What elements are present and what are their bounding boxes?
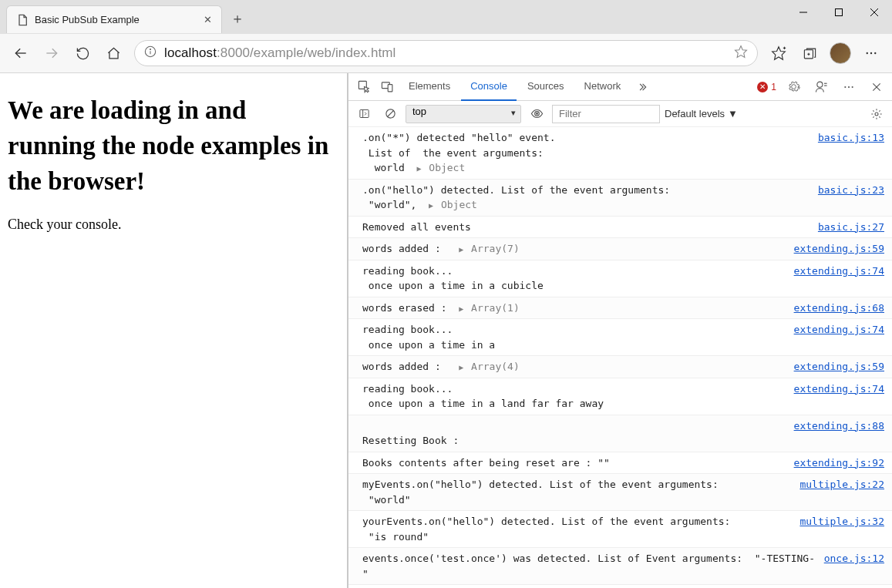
profile-avatar[interactable] [826,39,855,68]
console-sidebar-toggle-icon[interactable] [353,103,375,125]
console-log-row[interactable]: myEvents.on("hello") detected. List of t… [348,474,892,511]
console-message: Removed all events [362,220,812,235]
error-dot-icon: ✕ [757,82,768,92]
svg-point-26 [848,86,850,87]
page-body: We are loading in and running the node e… [0,73,347,588]
favorites-button[interactable] [764,39,793,68]
svg-point-17 [870,52,872,54]
console-message: Books contents after being reset are : "… [362,455,788,471]
page-heading: We are loading in and running the node e… [8,92,339,200]
svg-marker-9 [735,46,747,58]
svg-point-22 [816,82,822,87]
window-maximize-button[interactable] [821,0,857,25]
filter-input[interactable] [552,105,660,123]
console-source-link[interactable]: extending.js:92 [794,455,884,471]
tab-sources[interactable]: Sources [518,73,574,101]
browser-tab[interactable]: Basic PubSub Example ✕ [6,5,222,33]
favorite-icon[interactable] [734,45,748,62]
console-log-row[interactable]: yourEvents.on("hello") detected. List of… [348,511,892,548]
nav-home-button[interactable] [99,39,128,68]
devtools-menu-icon[interactable] [838,76,860,98]
svg-point-8 [150,49,150,49]
devtools-close-icon[interactable] [866,76,887,98]
log-levels-select[interactable]: Default levels▼ [665,108,738,119]
live-expression-icon[interactable] [526,103,547,125]
console-log-row[interactable]: .on("*") detected "hello" event. List of… [348,127,892,180]
console-source-link[interactable]: once.js:12 [824,551,884,581]
more-tabs-icon[interactable] [631,76,653,98]
tab-close-icon[interactable]: ✕ [204,14,212,25]
console-log-row[interactable]: words added : ▶ Array(4)extending.js:59 [348,356,892,378]
nav-back-button[interactable] [6,39,35,68]
svg-point-34 [536,113,538,115]
console-toolbar: top Default levels▼ [348,101,892,127]
console-message: Resetting Book : [362,418,788,449]
inspect-element-icon[interactable] [353,76,375,98]
devtools-tabbar: Elements Console Sources Network ✕ 1 [348,73,892,101]
console-log-row[interactable]: Resetting Book :extending.js:88 [348,415,892,452]
console-log-row[interactable]: .on("hello") detected. List of the event… [348,180,892,217]
collections-button[interactable] [795,39,824,68]
browser-toolbar: localhost:8000/example/web/index.html [0,34,892,73]
execution-context-select[interactable]: top [406,105,521,123]
window-titlebar: Basic PubSub Example ✕ ＋ [0,0,892,34]
window-minimize-button[interactable] [786,0,821,25]
console-message: words erased : ▶ Array(1) [362,301,788,316]
svg-point-16 [867,52,868,54]
console-source-link[interactable]: basic.js:27 [818,220,884,235]
window-close-button[interactable] [857,0,892,25]
console-source-link[interactable]: extending.js:74 [794,381,884,412]
console-source-link[interactable]: basic.js:23 [818,183,884,213]
site-info-icon[interactable] [144,45,157,61]
console-source-link[interactable]: extending.js:68 [794,301,884,316]
console-source-link[interactable]: multiple.js:32 [799,514,884,544]
svg-rect-1 [836,9,843,16]
console-settings-icon[interactable] [866,103,887,125]
console-log-row[interactable]: Books contents after being reset are : "… [348,452,892,475]
console-message: reading book... once upon a time in a [362,322,788,352]
svg-rect-21 [388,85,392,92]
svg-marker-10 [773,47,786,60]
console-source-link[interactable]: multiple.js:22 [799,477,884,507]
console-source-link[interactable]: extending.js:74 [794,264,884,294]
devtools-settings-icon[interactable] [783,76,804,98]
console-log-row[interactable]: Removed all eventsbasic.js:27 [348,217,892,239]
nav-refresh-button[interactable] [68,39,97,68]
console-log-row[interactable]: reading book... once upon a time in aext… [348,319,892,356]
tab-network[interactable]: Network [575,73,631,101]
devtools-panel: Elements Console Sources Network ✕ 1 [347,73,892,588]
svg-point-35 [875,113,878,116]
console-log-row[interactable]: words added : ▶ Array(7)extending.js:59 [348,238,892,260]
new-tab-button[interactable]: ＋ [227,8,248,29]
tab-elements[interactable]: Elements [399,73,459,101]
console-log-row[interactable]: events.once('test.once') was detected. L… [348,548,892,585]
feedback-icon[interactable] [810,76,832,98]
page-subtext: Check your console. [8,217,339,233]
console-message: myEvents.on("hello") detected. List of t… [362,477,793,507]
url-text: localhost:8000/example/web/index.html [164,45,396,61]
console-source-link[interactable]: extending.js:59 [794,241,884,257]
console-message: reading book... once upon a time in a la… [362,381,788,412]
console-message: yourEvents.on("hello") detected. List of… [362,514,793,544]
clear-console-icon[interactable] [379,103,401,125]
console-source-link[interactable]: basic.js:13 [818,130,884,176]
address-bar[interactable]: localhost:8000/example/web/index.html [134,40,758,66]
svg-line-33 [387,111,393,117]
browser-menu-button[interactable] [857,39,886,68]
nav-forward-button[interactable] [37,39,66,68]
console-log-row[interactable]: words erased : ▶ Array(1)extending.js:68 [348,297,892,320]
console-source-link[interactable]: extending.js:74 [794,322,884,352]
console-message: .on("*") detected "hello" event. List of… [362,130,812,176]
tab-console[interactable]: Console [461,73,517,101]
window-controls [786,0,892,25]
console-message: events.once('test.once') was detected. L… [362,551,818,581]
device-toggle-icon[interactable] [376,76,398,98]
console-log-row[interactable]: reading book... once upon a time in a la… [348,378,892,415]
console-message: words added : ▶ Array(4) [362,359,788,375]
error-badge[interactable]: ✕ 1 [757,82,776,92]
console-log-row[interactable]: reading book... once upon a time in a cu… [348,260,892,297]
error-count: 1 [771,82,776,92]
console-source-link[interactable]: extending.js:88 [794,418,884,449]
console-source-link[interactable]: extending.js:59 [794,359,884,375]
console-log-list[interactable]: .on("*") detected "hello" event. List of… [348,127,892,588]
